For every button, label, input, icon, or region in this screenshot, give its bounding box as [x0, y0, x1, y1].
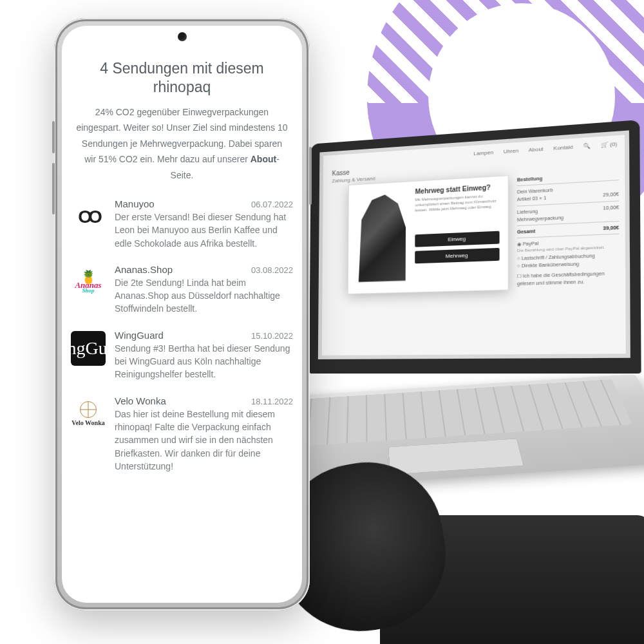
about-link[interactable]: About — [251, 154, 276, 164]
shipment-date: 03.08.2022 — [251, 265, 293, 275]
modal-body: Mit Mehrwegverpackungen kannst du unkomp… — [415, 193, 499, 231]
order-heading: Bestellung — [517, 170, 619, 184]
nav-item[interactable]: Kontakt — [553, 144, 573, 151]
shipment-desc: Sendung #3! Bertha hat bei dieser Sendun… — [115, 342, 293, 381]
velowonka-logo-icon: Velo Wonka — [71, 397, 106, 431]
pay-option[interactable]: Lastschrift / Zahlungsabbuchung — [522, 253, 595, 260]
list-item[interactable]: Velo Wonka Velo Wonka 18.11.2022 Das hie… — [71, 395, 293, 473]
nav-item[interactable]: Lampen — [473, 149, 493, 156]
list-item[interactable]: OO Manuyoo 06.07.2022 Der erste Versand!… — [71, 198, 293, 250]
laptop-screen: Lampen Uhren About Kontakt 🔍 (0) Kasse Z… — [309, 120, 641, 374]
nav-item[interactable]: Uhren — [503, 147, 518, 155]
phone-heading: 4 Sendungen mit diesem rhinopaq — [90, 59, 274, 97]
shop-name: Ananas.Shop — [115, 264, 173, 275]
shop-name: Velo Wonka — [115, 395, 166, 406]
order-total-price: 39,00€ — [603, 223, 619, 232]
cart-icon[interactable]: (0) — [601, 141, 617, 148]
wingguard-logo-icon: WingGuard — [71, 331, 106, 366]
ananas-logo-icon: 🍍 Ananas Shop — [71, 265, 106, 300]
phone-mock: 4 Sendungen mit diesem rhinopaq 24% CO2 … — [54, 18, 310, 611]
phone-screen[interactable]: 4 Sendungen mit diesem rhinopaq 24% CO2 … — [62, 26, 302, 603]
einweg-button[interactable]: Einweg — [415, 231, 499, 247]
agb-checkbox-label[interactable]: Ich habe die Geschäftsbedingungen gelese… — [517, 271, 605, 286]
shipment-desc: Der erste Versand! Bei dieser Sendung ha… — [115, 211, 293, 250]
phone-camera-icon — [178, 32, 187, 41]
pay-option[interactable]: Direkte Banküberweisung — [522, 261, 579, 268]
mehrweg-button[interactable]: Mehrweg — [415, 248, 499, 263]
packaging-modal: Mehrweg statt Einweg? Mit Mehrwegverpack… — [348, 175, 509, 294]
order-line-sub: Artikel 03 × 1 — [517, 194, 546, 204]
nav-item[interactable]: About — [529, 146, 544, 153]
shipment-desc: Die 2te Sendung! Linda hat beim Ananas.S… — [115, 276, 293, 316]
search-icon[interactable]: 🔍 — [583, 143, 591, 149]
order-summary: Bestellung Dein Warenkorb Artikel 03 × 1… — [517, 170, 620, 288]
packaging-image — [356, 189, 409, 287]
order-ship-price: 10,00€ — [603, 203, 619, 211]
shipment-desc: Das hier ist deine Bestellung mit diesem… — [115, 408, 293, 473]
list-item[interactable]: 🍍 Ananas Shop Ananas.Shop 03.08.2022 Die… — [71, 264, 293, 316]
shop-name: WingGuard — [115, 330, 164, 341]
list-item[interactable]: WingGuard WingGuard 15.10.2022 Sendung #… — [71, 330, 293, 381]
manuyoo-logo-icon: OO — [71, 200, 106, 234]
shop-name: Manuyoo — [115, 198, 155, 209]
pay-option[interactable]: PayPal — [523, 241, 539, 246]
phone-blurb: 24% CO2 gegenüber Einwegverpackungen ein… — [76, 104, 288, 184]
shipment-date: 18.11.2022 — [251, 397, 293, 406]
order-line-price: 29,00€ — [603, 191, 619, 199]
shipment-date: 15.10.2022 — [251, 331, 293, 341]
order-total-label: Gesamt — [517, 227, 535, 236]
shipment-date: 06.07.2022 — [251, 200, 293, 209]
